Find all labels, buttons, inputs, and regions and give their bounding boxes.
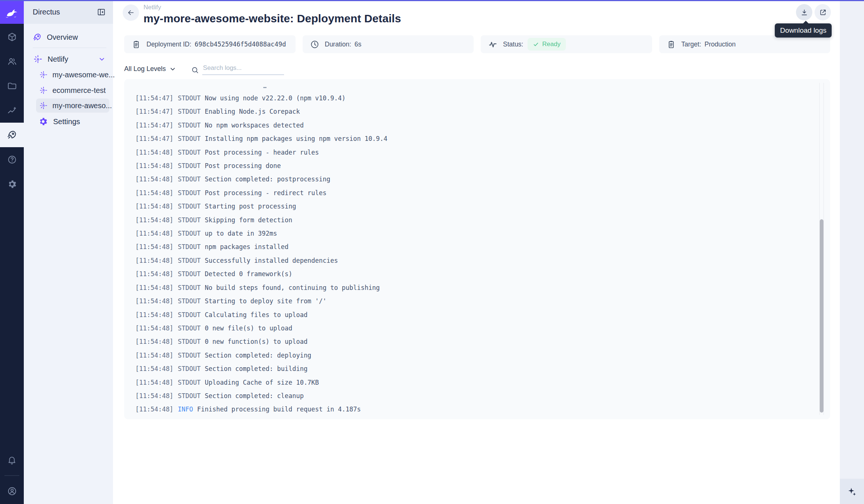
notifications-button[interactable] bbox=[0, 448, 24, 472]
svg-text:n: n bbox=[42, 103, 45, 107]
sidebar-item-my-awesome-website[interactable]: n my-awesome-we... bbox=[36, 68, 109, 82]
module-content[interactable] bbox=[0, 25, 24, 49]
log-timestamp: [11:54:48] bbox=[135, 149, 173, 156]
log-scrollbar-track[interactable] bbox=[819, 83, 824, 415]
bell-icon bbox=[7, 455, 17, 465]
log-line: [11:54:47]STDOUTInstalling npm packages … bbox=[135, 132, 808, 145]
back-button[interactable] bbox=[123, 4, 139, 21]
log-message: Section completed: building bbox=[205, 365, 307, 372]
info-cards-row: Deployment ID: 698cb4525946f5d4088ac49d … bbox=[124, 35, 830, 53]
log-level: STDOUT bbox=[178, 324, 200, 332]
sidebar: Directus Overview n Netlify bbox=[24, 0, 113, 504]
search-icon bbox=[191, 66, 199, 75]
directus-logo[interactable] bbox=[0, 0, 24, 24]
log-timestamp: [11:54:47] bbox=[135, 94, 173, 102]
module-users[interactable] bbox=[0, 49, 24, 74]
netlify-site-icon: n bbox=[39, 86, 48, 94]
log-timestamp: [11:54:48] bbox=[135, 270, 173, 278]
chevron-down-icon[interactable] bbox=[98, 55, 106, 63]
sidebar-item-settings[interactable]: Settings bbox=[36, 114, 109, 129]
log-timestamp: [11:54:48] bbox=[135, 338, 173, 345]
log-line: [11:54:48]STDOUTPost processing done bbox=[135, 159, 808, 172]
module-settings[interactable] bbox=[0, 172, 24, 196]
log-line: [11:54:48]STDOUTCalculating files to upl… bbox=[135, 308, 808, 322]
log-line: [11:54:47]STDOUTNo npm workspaces detect… bbox=[135, 119, 808, 132]
activity-pulse-icon bbox=[488, 40, 497, 49]
log-level: STDOUT bbox=[178, 94, 200, 102]
download-logs-button[interactable] bbox=[796, 4, 812, 20]
right-sidebar-strip bbox=[840, 0, 864, 504]
sidebar-item-label: Overview bbox=[47, 33, 78, 42]
module-netlify-extension[interactable] bbox=[0, 123, 24, 147]
log-message: Finished processing build request in 4.1… bbox=[197, 406, 361, 413]
log-output-panel[interactable]: [11:54:47]STDOUTNow using node v22.22.0 … bbox=[124, 79, 830, 419]
download-logs-tooltip: Download logs bbox=[775, 23, 832, 38]
log-message: Post processing done bbox=[205, 162, 281, 169]
app-window: Directus Overview n Netlify bbox=[0, 0, 864, 504]
collapse-sidebar-button[interactable] bbox=[97, 8, 106, 16]
sidebar-item-overview[interactable]: Overview bbox=[33, 30, 106, 45]
cube-icon bbox=[7, 32, 17, 42]
log-timestamp: [11:54:47] bbox=[135, 108, 173, 115]
log-message: Successfully installed dependencies bbox=[205, 257, 338, 264]
log-timestamp: [11:54:48] bbox=[135, 379, 173, 386]
module-help[interactable] bbox=[0, 147, 24, 172]
netlify-site-icon: n bbox=[39, 71, 48, 79]
log-line: [11:54:48]STDOUT0 new function(s) to upl… bbox=[135, 335, 808, 348]
log-line: [11:54:48]STDOUTPost processing - redire… bbox=[135, 186, 808, 200]
log-scrollbar-thumb[interactable] bbox=[820, 219, 823, 413]
ai-assistant-button[interactable] bbox=[840, 479, 864, 504]
log-message: Post processing - redirect rules bbox=[205, 189, 327, 197]
search-input[interactable] bbox=[202, 63, 284, 75]
log-timestamp: [11:54:48] bbox=[135, 365, 173, 372]
log-timestamp: [11:54:48] bbox=[135, 284, 173, 291]
account-button[interactable] bbox=[0, 479, 24, 503]
log-level: STDOUT bbox=[178, 270, 200, 278]
log-timestamp: [11:54:48] bbox=[135, 392, 173, 400]
log-timestamp: [11:54:48] bbox=[135, 230, 173, 237]
log-level-dropdown[interactable]: All Log Levels bbox=[124, 65, 176, 73]
log-line: [11:54:48]STDOUTup to date in 392ms bbox=[135, 227, 808, 240]
main-content: Netlify my-more-awesome-website: Deploym… bbox=[113, 0, 840, 504]
log-line: [11:54:48]STDOUTUploading Cache of size … bbox=[135, 376, 808, 389]
module-files[interactable] bbox=[0, 74, 24, 98]
module-insights[interactable] bbox=[0, 98, 24, 123]
rocket-icon bbox=[33, 33, 42, 42]
log-message: Starting post processing bbox=[205, 203, 296, 210]
sidebar-item-my-more-awesome-website[interactable]: n my-more-aweso... bbox=[36, 98, 109, 113]
svg-text:n: n bbox=[42, 88, 45, 92]
log-message: No npm workspaces detected bbox=[205, 122, 304, 129]
log-timestamp: [11:54:48] bbox=[135, 175, 173, 183]
sidebar-header: Directus bbox=[24, 0, 113, 24]
log-message: 0 new file(s) to upload bbox=[205, 324, 292, 332]
help-circle-icon bbox=[7, 155, 17, 165]
module-bar bbox=[0, 0, 24, 504]
gear-icon bbox=[7, 179, 17, 189]
log-message: Installing npm packages using npm versio… bbox=[205, 135, 387, 142]
top-accent-line bbox=[0, 0, 864, 1]
open-in-new-button[interactable] bbox=[815, 4, 831, 20]
log-message: Post processing - header rules bbox=[205, 149, 319, 156]
log-message: Section completed: postprocessing bbox=[205, 175, 331, 183]
log-timestamp: [11:54:48] bbox=[135, 406, 173, 413]
svg-text:n: n bbox=[42, 72, 45, 77]
log-line: [11:54:48]STDOUT0 new file(s) to upload bbox=[135, 322, 808, 335]
log-message: Section completed: deploying bbox=[205, 352, 312, 359]
sidebar-group-netlify[interactable]: n Netlify bbox=[33, 52, 106, 67]
log-message: No build steps found, continuing to publ… bbox=[205, 284, 380, 291]
log-message: 0 new function(s) to upload bbox=[205, 338, 307, 345]
duration-value: 6s bbox=[355, 41, 361, 48]
svg-text:n: n bbox=[37, 57, 39, 62]
log-level: STDOUT bbox=[178, 379, 200, 386]
log-line: [11:54:48]STDOUTSection completed: build… bbox=[135, 362, 808, 375]
sidebar-title: Directus bbox=[33, 8, 60, 16]
log-level: STDOUT bbox=[178, 338, 200, 345]
log-level: STDOUT bbox=[178, 352, 200, 359]
breadcrumb[interactable]: Netlify bbox=[144, 4, 401, 11]
target-value: Production bbox=[705, 41, 736, 48]
sidebar-item-ecommerce-test[interactable]: n ecommerce-test bbox=[36, 83, 109, 97]
log-level: STDOUT bbox=[178, 216, 200, 224]
log-line: [11:54:47]STDOUTEnabling Node.js Corepac… bbox=[135, 105, 808, 118]
log-level: STDOUT bbox=[178, 162, 200, 169]
log-message: Skipping form detection bbox=[205, 216, 292, 224]
